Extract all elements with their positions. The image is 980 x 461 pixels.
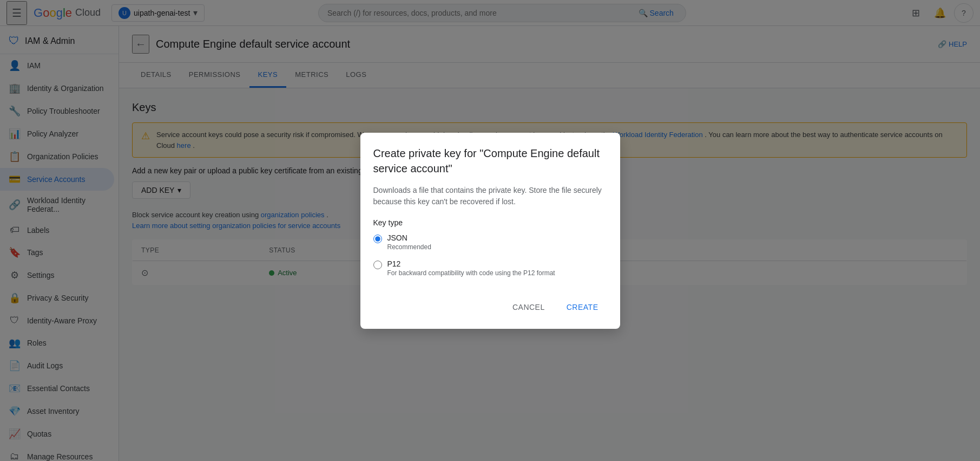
json-option: JSON Recommended (373, 233, 607, 251)
p12-option: P12 For backward compatibility with code… (373, 259, 607, 277)
json-radio[interactable] (373, 235, 382, 243)
dialog-title: Create private key for "Compute Engine d… (373, 146, 607, 176)
cancel-button[interactable]: CANCEL (504, 298, 554, 316)
p12-sublabel: For backward compatibility with code usi… (387, 269, 555, 277)
p12-label: P12 (387, 259, 555, 268)
key-type-label: Key type (373, 218, 607, 227)
dialog-overlay: Create private key for "Compute Engine d… (0, 0, 980, 461)
json-label: JSON (387, 233, 431, 242)
dialog-actions: CANCEL CREATE (373, 290, 607, 316)
key-type-options: JSON Recommended P12 For backward compat… (373, 233, 607, 277)
json-sublabel: Recommended (387, 243, 431, 251)
create-key-dialog: Create private key for "Compute Engine d… (360, 133, 620, 329)
p12-radio[interactable] (373, 261, 382, 269)
create-button[interactable]: CREATE (558, 298, 607, 316)
dialog-description: Downloads a file that contains the priva… (373, 185, 607, 207)
